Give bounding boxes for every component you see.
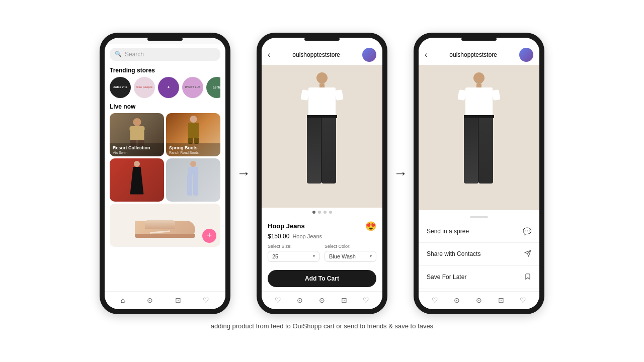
size-select[interactable]: 25 ▾ — [268, 251, 319, 262]
phone-2: ‹ ouishoppteststore — [257, 33, 387, 314]
selected-size: 25 — [272, 253, 278, 259]
bottom-nav-2: ♡ ⊙ ⊙ ⊡ ♡ — [262, 291, 382, 309]
send-spree-label: Send in a spree — [427, 228, 469, 235]
trending-stores-section: Trending stores dolce vita free people ✦… — [105, 64, 225, 100]
bottom-nav-1: ⌂ ⊙ ⊡ ♡ — [105, 291, 225, 309]
nav-home-icon[interactable]: ⌂ — [121, 296, 125, 304]
store-name-3: ouishoppteststore — [449, 51, 497, 58]
share-option-save[interactable]: Save For Later — [419, 266, 539, 289]
share-option-contacts[interactable]: Share with Contacts — [419, 243, 539, 266]
color-label: Select Color: — [325, 244, 376, 249]
store-avatar-2[interactable] — [362, 48, 376, 62]
nav-home-icon-2[interactable]: ♡ — [275, 296, 281, 304]
size-option-group: Select Size: 25 ▾ — [268, 244, 319, 262]
product-tag: Hoop Jeans — [292, 233, 322, 239]
main-container: 🔍 Search Trending stores dolce vita free… — [100, 33, 544, 330]
image-dots — [262, 208, 382, 217]
save-later-icon — [524, 273, 531, 282]
store-name-2: ouishoppteststore — [292, 51, 340, 58]
resort-card-label: Resort Collection Via Swim — [110, 143, 164, 156]
store-avatar-3[interactable] — [519, 48, 533, 62]
search-icon: 🔍 — [115, 51, 122, 57]
selected-color: Blue Wash — [329, 253, 356, 259]
color-chevron-down-icon: ▾ — [370, 254, 372, 258]
nav-cart-icon-3[interactable]: ⊡ — [498, 296, 504, 304]
live-card-leggings[interactable] — [166, 158, 220, 202]
dot-4 — [329, 211, 332, 214]
spring-card-label: Spring Boots Ranch Road Boots — [166, 143, 220, 156]
nav-home-icon-3[interactable]: ♡ — [432, 296, 438, 304]
store-aerie[interactable]: aerie — [206, 77, 220, 98]
resort-card-sub: Via Swim — [113, 151, 161, 154]
nav-search-icon-3[interactable]: ⊙ — [454, 296, 460, 304]
product-options: Select Size: 25 ▾ Select Color: Blue Was… — [268, 244, 376, 262]
product-name: Hoop Jeans — [268, 222, 305, 230]
dot-2 — [318, 211, 321, 214]
live-grid: Resort Collection Via Swim — [110, 113, 220, 202]
phones-row: 🔍 Search Trending stores dolce vita free… — [100, 33, 544, 314]
nav-search-icon[interactable]: ⊙ — [147, 296, 153, 304]
phone-3: ‹ ouishoppteststore — [414, 33, 544, 314]
phone-1-screen: 🔍 Search Trending stores dolce vita free… — [105, 38, 225, 309]
page-caption: adding product from feed to OuiShopp car… — [211, 322, 433, 330]
phone-1: 🔍 Search Trending stores dolce vita free… — [100, 33, 230, 314]
nav-profile-icon-3[interactable]: ♡ — [520, 296, 526, 304]
trending-stores-list: dolce vita free people ✦ WINKY LUX aerie — [110, 77, 220, 98]
shoe-card[interactable]: + — [110, 204, 220, 247]
size-label: Select Size: — [268, 244, 319, 249]
live-card-black-dress[interactable] — [110, 158, 164, 202]
search-input[interactable]: 🔍 Search — [110, 48, 220, 61]
send-spree-icon: 💬 — [523, 227, 531, 235]
drag-handle — [470, 216, 488, 218]
live-card-spring[interactable]: Spring Boots Ranch Road Boots — [166, 113, 220, 156]
bottom-nav-3: ♡ ⊙ ⊙ ⊡ ♡ — [419, 291, 539, 309]
arrow-1: → — [236, 165, 251, 182]
share-contacts-icon — [524, 250, 531, 258]
product-price-row: $150.00 Hoop Jeans — [268, 233, 376, 240]
save-later-label: Save For Later — [427, 274, 466, 281]
live-card-resort[interactable]: Resort Collection Via Swim — [110, 113, 164, 156]
search-placeholder: Search — [125, 51, 144, 58]
reaction-emoji[interactable]: 😍 — [365, 221, 376, 232]
share-contacts-label: Share with Contacts — [427, 250, 480, 257]
plus-button[interactable]: + — [202, 229, 216, 243]
back-button[interactable]: ‹ — [268, 50, 270, 59]
store-dolce-vita[interactable]: dolce vita — [110, 77, 131, 98]
phone-2-header: ‹ ouishoppteststore — [262, 44, 382, 65]
nav-profile-icon[interactable]: ♡ — [203, 296, 209, 304]
dot-1 — [312, 211, 315, 214]
phone-1-notch — [147, 38, 183, 41]
share-option-spree[interactable]: Send in a spree 💬 — [419, 220, 539, 243]
store-winky-lux[interactable]: WINKY LUX — [182, 77, 203, 98]
color-select[interactable]: Blue Wash ▾ — [325, 251, 376, 262]
dot-3 — [324, 211, 327, 214]
nav-search-icon-2[interactable]: ⊙ — [297, 296, 303, 304]
nav-live-icon-2[interactable]: ⊙ — [319, 296, 325, 304]
spring-card-sub: Ranch Road Boots — [169, 151, 217, 154]
resort-card-title: Resort Collection — [113, 145, 161, 151]
phone-3-header: ‹ ouishoppteststore — [419, 44, 539, 65]
nav-live-icon-3[interactable]: ⊙ — [476, 296, 482, 304]
size-chevron-down-icon: ▾ — [313, 254, 315, 258]
phone-3-screen: ‹ ouishoppteststore — [419, 38, 539, 309]
live-now-title: Live now — [110, 103, 220, 110]
product-price: $150.00 — [268, 233, 289, 240]
product-info: Hoop Jeans 😍 $150.00 Hoop Jeans Select S… — [262, 217, 382, 266]
share-options-panel: Send in a spree 💬 Share with Contacts — [419, 210, 539, 291]
product-name-row: Hoop Jeans 😍 — [268, 221, 376, 232]
nav-profile-icon-2[interactable]: ♡ — [363, 296, 369, 304]
nav-cart-icon[interactable]: ⊡ — [175, 296, 181, 304]
product-image-3 — [419, 65, 539, 210]
store-free-people[interactable]: free people — [134, 77, 155, 98]
phone-3-notch — [461, 38, 497, 41]
add-to-cart-button[interactable]: Add To Cart — [268, 270, 376, 287]
arrow-2: → — [393, 165, 408, 182]
back-button-3[interactable]: ‹ — [425, 50, 427, 59]
nav-cart-icon-2[interactable]: ⊡ — [341, 296, 347, 304]
phone-2-notch — [304, 38, 340, 41]
color-option-group: Select Color: Blue Wash ▾ — [325, 244, 376, 262]
phone-2-screen: ‹ ouishoppteststore — [262, 38, 382, 309]
live-now-section: Live now — [105, 100, 225, 291]
product-image — [262, 65, 382, 208]
store-princess[interactable]: ✦ — [158, 77, 179, 98]
